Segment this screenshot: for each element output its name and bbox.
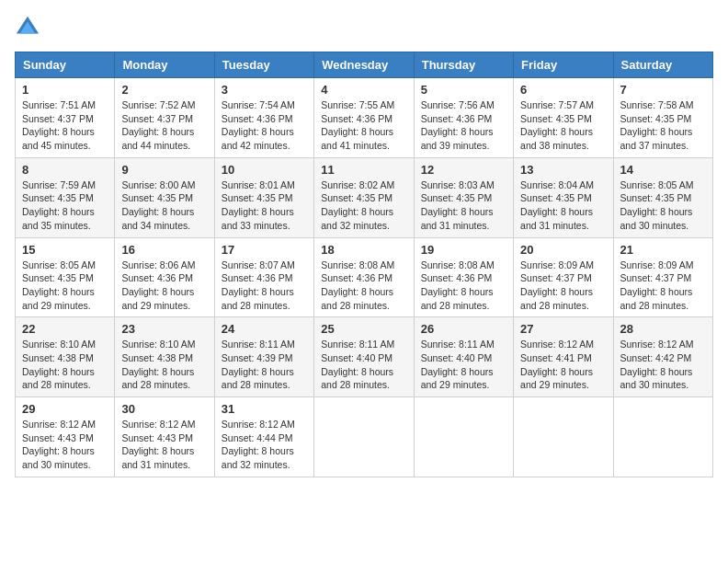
calendar-table: SundayMondayTuesdayWednesdayThursdayFrid… [15, 52, 713, 477]
day-number: 3 [222, 83, 307, 97]
calendar-cell: 17Sunrise: 8:07 AMSunset: 4:36 PMDayligh… [214, 237, 313, 317]
calendar-cell: 19Sunrise: 8:08 AMSunset: 4:36 PMDayligh… [414, 237, 513, 317]
col-header-wednesday: Wednesday [314, 52, 414, 78]
calendar-cell [514, 397, 613, 477]
calendar-cell [414, 397, 513, 477]
day-number: 10 [222, 163, 307, 177]
calendar-cell: 5Sunrise: 7:56 AMSunset: 4:36 PMDaylight… [414, 78, 513, 158]
day-info: Sunrise: 7:54 AMSunset: 4:36 PMDaylight:… [222, 98, 307, 153]
day-number: 9 [121, 163, 207, 177]
day-number: 15 [22, 243, 108, 257]
day-info: Sunrise: 8:12 AMSunset: 4:41 PMDaylight:… [520, 338, 606, 392]
day-info: Sunrise: 8:03 AMSunset: 4:35 PMDaylight:… [421, 178, 506, 233]
calendar-cell: 26Sunrise: 8:11 AMSunset: 4:40 PMDayligh… [414, 317, 513, 397]
day-number: 24 [222, 322, 307, 336]
day-number: 18 [321, 243, 406, 257]
day-info: Sunrise: 8:11 AMSunset: 4:40 PMDaylight:… [321, 338, 406, 392]
calendar-cell: 20Sunrise: 8:09 AMSunset: 4:37 PMDayligh… [514, 237, 613, 317]
day-number: 21 [620, 243, 706, 257]
day-info: Sunrise: 7:58 AMSunset: 4:35 PMDaylight:… [620, 98, 706, 153]
day-info: Sunrise: 8:08 AMSunset: 4:36 PMDaylight:… [421, 259, 506, 313]
calendar-cell: 13Sunrise: 8:04 AMSunset: 4:35 PMDayligh… [514, 157, 613, 237]
calendar-cell: 31Sunrise: 8:12 AMSunset: 4:44 PMDayligh… [214, 397, 313, 477]
day-info: Sunrise: 8:05 AMSunset: 4:35 PMDaylight:… [620, 178, 706, 233]
calendar-cell: 10Sunrise: 8:01 AMSunset: 4:35 PMDayligh… [214, 157, 313, 237]
day-info: Sunrise: 8:12 AMSunset: 4:43 PMDaylight:… [121, 418, 207, 472]
col-header-thursday: Thursday [414, 52, 513, 78]
calendar-cell [314, 397, 414, 477]
day-number: 31 [222, 402, 307, 416]
day-info: Sunrise: 8:06 AMSunset: 4:36 PMDaylight:… [121, 259, 207, 313]
calendar-cell: 27Sunrise: 8:12 AMSunset: 4:41 PMDayligh… [514, 317, 613, 397]
calendar-cell: 8Sunrise: 7:59 AMSunset: 4:35 PMDaylight… [16, 157, 115, 237]
day-info: Sunrise: 8:10 AMSunset: 4:38 PMDaylight:… [22, 338, 108, 392]
calendar-cell: 23Sunrise: 8:10 AMSunset: 4:38 PMDayligh… [115, 317, 214, 397]
calendar-cell: 9Sunrise: 8:00 AMSunset: 4:35 PMDaylight… [115, 157, 214, 237]
day-info: Sunrise: 7:56 AMSunset: 4:36 PMDaylight:… [421, 98, 506, 153]
logo-icon [15, 15, 40, 40]
calendar-cell: 28Sunrise: 8:12 AMSunset: 4:42 PMDayligh… [613, 317, 712, 397]
day-info: Sunrise: 7:57 AMSunset: 4:35 PMDaylight:… [520, 98, 606, 153]
calendar-cell: 16Sunrise: 8:06 AMSunset: 4:36 PMDayligh… [115, 237, 214, 317]
day-number: 27 [520, 322, 606, 336]
day-info: Sunrise: 8:12 AMSunset: 4:44 PMDaylight:… [222, 418, 307, 472]
calendar-cell: 6Sunrise: 7:57 AMSunset: 4:35 PMDaylight… [514, 78, 613, 158]
day-number: 12 [421, 163, 506, 177]
day-number: 6 [520, 83, 606, 97]
day-info: Sunrise: 8:11 AMSunset: 4:40 PMDaylight:… [421, 338, 506, 392]
col-header-tuesday: Tuesday [214, 52, 313, 78]
day-info: Sunrise: 8:07 AMSunset: 4:36 PMDaylight:… [222, 259, 307, 313]
day-number: 16 [121, 243, 207, 257]
day-info: Sunrise: 8:01 AMSunset: 4:35 PMDaylight:… [222, 178, 307, 233]
day-number: 2 [121, 83, 207, 97]
header [15, 15, 713, 40]
calendar-cell: 3Sunrise: 7:54 AMSunset: 4:36 PMDaylight… [214, 78, 313, 158]
col-header-friday: Friday [514, 52, 613, 78]
day-number: 5 [421, 83, 506, 97]
day-info: Sunrise: 7:51 AMSunset: 4:37 PMDaylight:… [22, 98, 108, 153]
calendar-cell: 4Sunrise: 7:55 AMSunset: 4:36 PMDaylight… [314, 78, 414, 158]
day-info: Sunrise: 8:09 AMSunset: 4:37 PMDaylight:… [620, 259, 706, 313]
day-info: Sunrise: 8:09 AMSunset: 4:37 PMDaylight:… [520, 259, 606, 313]
day-info: Sunrise: 8:00 AMSunset: 4:35 PMDaylight:… [121, 178, 207, 233]
day-number: 20 [520, 243, 606, 257]
day-number: 23 [121, 322, 207, 336]
calendar-week-3: 15Sunrise: 8:05 AMSunset: 4:35 PMDayligh… [16, 237, 713, 317]
calendar-cell: 15Sunrise: 8:05 AMSunset: 4:35 PMDayligh… [16, 237, 115, 317]
day-number: 8 [22, 163, 108, 177]
calendar-cell: 18Sunrise: 8:08 AMSunset: 4:36 PMDayligh… [314, 237, 414, 317]
calendar-cell: 25Sunrise: 8:11 AMSunset: 4:40 PMDayligh… [314, 317, 414, 397]
calendar-week-4: 22Sunrise: 8:10 AMSunset: 4:38 PMDayligh… [16, 317, 713, 397]
calendar-week-1: 1Sunrise: 7:51 AMSunset: 4:37 PMDaylight… [16, 78, 713, 158]
calendar-week-2: 8Sunrise: 7:59 AMSunset: 4:35 PMDaylight… [16, 157, 713, 237]
calendar-cell: 24Sunrise: 8:11 AMSunset: 4:39 PMDayligh… [214, 317, 313, 397]
calendar-cell: 30Sunrise: 8:12 AMSunset: 4:43 PMDayligh… [115, 397, 214, 477]
day-info: Sunrise: 8:08 AMSunset: 4:36 PMDaylight:… [321, 259, 406, 313]
col-header-saturday: Saturday [613, 52, 712, 78]
day-number: 28 [620, 322, 706, 336]
day-info: Sunrise: 8:10 AMSunset: 4:38 PMDaylight:… [121, 338, 207, 392]
day-info: Sunrise: 7:59 AMSunset: 4:35 PMDaylight:… [22, 178, 108, 233]
calendar-cell [613, 397, 712, 477]
day-number: 25 [321, 322, 406, 336]
day-info: Sunrise: 8:11 AMSunset: 4:39 PMDaylight:… [222, 338, 307, 392]
day-number: 22 [22, 322, 108, 336]
day-info: Sunrise: 7:52 AMSunset: 4:37 PMDaylight:… [121, 98, 207, 153]
calendar-cell: 7Sunrise: 7:58 AMSunset: 4:35 PMDaylight… [613, 78, 712, 158]
col-header-sunday: Sunday [16, 52, 115, 78]
calendar-cell: 29Sunrise: 8:12 AMSunset: 4:43 PMDayligh… [16, 397, 115, 477]
day-info: Sunrise: 8:12 AMSunset: 4:43 PMDaylight:… [22, 418, 108, 472]
day-number: 4 [321, 83, 406, 97]
day-number: 30 [121, 402, 207, 416]
calendar-cell: 12Sunrise: 8:03 AMSunset: 4:35 PMDayligh… [414, 157, 513, 237]
day-number: 14 [620, 163, 706, 177]
day-info: Sunrise: 7:55 AMSunset: 4:36 PMDaylight:… [321, 98, 406, 153]
day-info: Sunrise: 8:02 AMSunset: 4:35 PMDaylight:… [321, 178, 406, 233]
calendar-header-row: SundayMondayTuesdayWednesdayThursdayFrid… [16, 52, 713, 78]
calendar-cell: 1Sunrise: 7:51 AMSunset: 4:37 PMDaylight… [16, 78, 115, 158]
day-number: 11 [321, 163, 406, 177]
day-info: Sunrise: 8:05 AMSunset: 4:35 PMDaylight:… [22, 259, 108, 313]
day-number: 19 [421, 243, 506, 257]
logo [15, 15, 44, 40]
calendar-cell: 11Sunrise: 8:02 AMSunset: 4:35 PMDayligh… [314, 157, 414, 237]
